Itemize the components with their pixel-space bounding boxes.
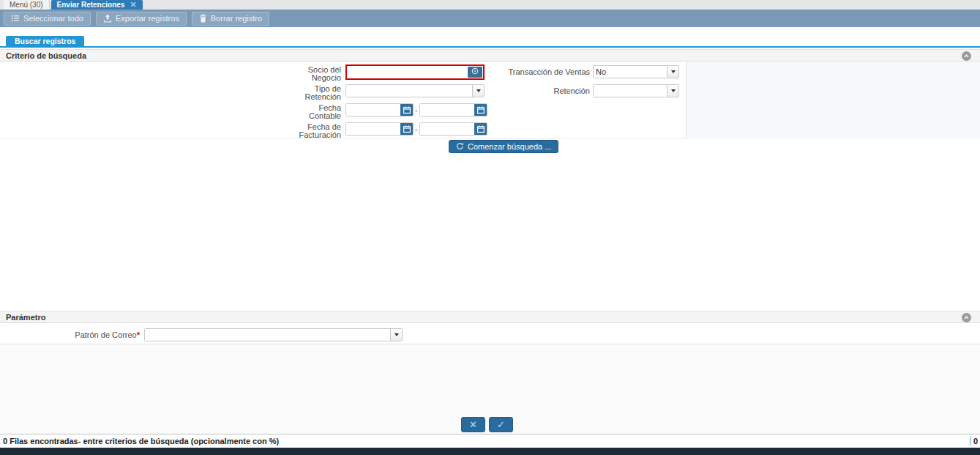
date-acct-separator: -	[415, 106, 418, 114]
criteria-section-title: Criterio de búsqueda	[6, 50, 86, 62]
parameter-section-title: Parámetro	[6, 311, 45, 323]
tab-menu[interactable]: Menú (30)	[4, 0, 50, 10]
date-invoiced-from-field[interactable]	[345, 122, 414, 136]
parameter-row: Patrón de Correo*	[0, 324, 980, 344]
export-records-button[interactable]: Exportar registros	[96, 12, 187, 26]
export-icon	[103, 14, 112, 23]
select-all-label: Seleccionar todo	[23, 14, 83, 23]
start-search-button[interactable]: Comenzar búsqueda ...	[449, 140, 558, 153]
retention-type-input[interactable]	[346, 85, 472, 97]
criteria-panel-right-background	[687, 62, 980, 138]
bpartner-field[interactable]	[345, 64, 485, 80]
status-divider	[970, 437, 970, 445]
tab-menu-label: Menú (30)	[10, 0, 43, 10]
select-all-button[interactable]: Seleccionar todo	[4, 12, 91, 26]
refresh-icon	[456, 142, 464, 152]
retention-combobox[interactable]	[593, 84, 679, 97]
retention-label: Retención	[487, 87, 590, 95]
delete-record-label: Borrar registro	[211, 14, 262, 23]
retention-input[interactable]	[594, 85, 667, 97]
trash-icon	[199, 14, 207, 23]
cancel-button[interactable]: ✕	[461, 417, 485, 432]
confirm-button[interactable]: ✓	[489, 417, 513, 432]
retention-type-label: Tipo de Retención	[290, 85, 341, 101]
collapse-parameter-button[interactable]	[962, 313, 971, 322]
date-invoiced-to-field[interactable]	[419, 122, 487, 136]
mail-pattern-combobox[interactable]	[144, 328, 403, 341]
window-tabbar: Menú (30) Enviar Retenciones ✕	[0, 0, 980, 10]
chevron-up-icon	[963, 312, 970, 323]
tab-enviar-retenciones-label: Enviar Retenciones	[57, 0, 125, 10]
dropdown-arrow-icon[interactable]	[667, 66, 678, 78]
confirm-check-icon: ✓	[497, 419, 505, 430]
date-invoiced-from-input[interactable]	[346, 123, 400, 135]
bottom-bar	[0, 448, 980, 455]
cancel-x-icon: ✕	[469, 419, 477, 430]
mail-pattern-input[interactable]	[145, 329, 390, 341]
calendar-icon[interactable]	[400, 123, 413, 135]
status-bar: 0 Filas encontradas- entre criterios de …	[0, 434, 980, 448]
record-info-icon	[471, 67, 479, 78]
criteria-section-header: Criterio de búsqueda	[0, 49, 980, 62]
date-invoiced-label: Fecha de Facturación	[290, 123, 341, 139]
bpartner-label: Socio del Negocio	[290, 66, 341, 82]
date-invoiced-separator: -	[415, 125, 418, 133]
export-records-label: Exportar registros	[116, 14, 179, 23]
date-acct-from-input[interactable]	[346, 104, 400, 116]
start-search-label: Comenzar búsqueda ...	[468, 142, 551, 151]
date-acct-from-field[interactable]	[345, 103, 414, 116]
chevron-up-icon	[963, 51, 970, 62]
tab-enviar-retenciones[interactable]: Enviar Retenciones ✕	[51, 0, 143, 10]
sales-transaction-combobox[interactable]	[593, 65, 679, 78]
record-count: 0	[973, 437, 978, 445]
buscar-registros-label: Buscar registros	[15, 37, 75, 45]
parameter-section-header: Parámetro	[0, 311, 980, 323]
sales-transaction-input[interactable]	[594, 66, 667, 78]
close-icon[interactable]: ✕	[130, 0, 136, 10]
required-marker: *	[137, 330, 140, 339]
calendar-icon[interactable]	[474, 104, 487, 116]
retention-type-combobox[interactable]	[345, 84, 485, 97]
mail-pattern-label: Patrón de Correo*	[44, 331, 140, 339]
record-search-button[interactable]	[468, 67, 482, 78]
date-invoiced-to-input[interactable]	[420, 123, 474, 135]
list-icon	[11, 14, 20, 23]
collapse-criteria-button[interactable]	[962, 51, 971, 61]
date-acct-to-input[interactable]	[420, 104, 474, 116]
calendar-icon[interactable]	[474, 123, 487, 135]
delete-record-button[interactable]: Borrar registro	[192, 12, 269, 26]
sales-transaction-label: Transacción de Ventas	[487, 68, 590, 76]
dropdown-arrow-icon[interactable]	[667, 85, 678, 97]
tab-underline	[0, 46, 980, 48]
tab-buscar-registros[interactable]: Buscar registros	[6, 36, 84, 46]
criteria-form-panel: Socio del Negocio Transacción de Ventas …	[0, 62, 687, 138]
toolbar: Seleccionar todo Exportar registros Borr…	[0, 10, 980, 27]
status-message: 0 Filas encontradas- entre criterios de …	[3, 434, 279, 448]
dropdown-arrow-icon[interactable]	[472, 85, 484, 97]
calendar-icon[interactable]	[400, 104, 413, 116]
dropdown-arrow-icon[interactable]	[390, 329, 402, 341]
date-acct-label: Fecha Contable	[290, 104, 341, 120]
date-acct-to-field[interactable]	[419, 103, 487, 116]
bpartner-input[interactable]	[347, 66, 467, 78]
